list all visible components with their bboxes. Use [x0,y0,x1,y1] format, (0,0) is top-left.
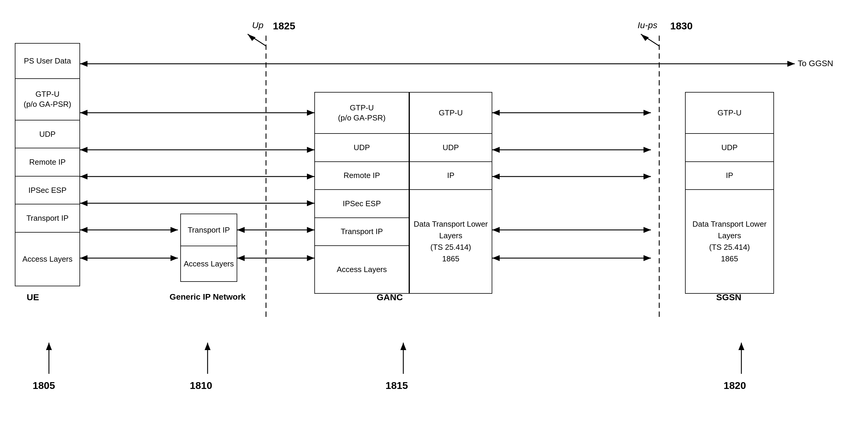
sgsn-label: SGSN [716,292,741,302]
ue-ipsec-esp: IPSec ESP [16,177,80,205]
ganc-right-udp: UDP [410,134,492,162]
svg-marker-15 [492,147,500,153]
ganc-right-data-transport: Data Transport Lower Layers(TS 25.414)18… [410,190,492,293]
svg-marker-22 [644,174,651,179]
up-label: Up [252,20,264,30]
svg-marker-37 [170,255,178,261]
svg-marker-24 [80,200,88,206]
svg-marker-43 [644,255,651,261]
svg-marker-30 [237,227,245,233]
ganc-left-access-layers: Access Layers [315,246,409,293]
svg-marker-9 [492,110,500,116]
svg-marker-27 [80,227,88,233]
ref-1805: 1805 [33,380,55,391]
ue-udp: UDP [16,120,80,149]
svg-marker-36 [80,255,88,261]
ue-remote-ip: Remote IP [16,148,80,177]
svg-marker-16 [644,147,651,153]
ganc-left-box: GTP-U(p/o GA-PSR) UDP Remote IP IPSec ES… [314,92,409,294]
svg-marker-47 [641,34,649,41]
ganc-label: GANC [377,292,403,302]
ref-1820: 1820 [723,380,746,391]
svg-marker-10 [644,110,651,116]
ganc-left-ipsec-esp: IPSec ESP [315,190,409,218]
ue-transport-ip: Transport IP [16,204,80,233]
svg-line-46 [641,34,659,46]
svg-marker-49 [46,343,52,350]
svg-marker-39 [237,255,245,261]
to-ggsn-label: To GGSN [798,59,833,68]
svg-marker-28 [170,227,178,233]
svg-line-44 [248,34,266,46]
ref-1830: 1830 [670,20,693,32]
svg-marker-21 [492,174,500,179]
svg-marker-42 [492,255,500,261]
ue-ps-user-data: PS User Data [16,43,80,79]
svg-marker-33 [492,227,500,233]
diagram: GANC left --> SGSN left --> Generic IP l… [0,0,868,437]
svg-marker-45 [248,34,256,41]
ue-box: PS User Data GTP-U(p/o GA-PSR) UDP Remot… [15,43,80,286]
ganc-left-udp: UDP [315,134,409,162]
generic-transport-ip: Transport IP [181,214,237,246]
generic-access-layers: Access Layers [181,246,237,281]
sgsn-gtp-u: GTP-U [686,93,773,134]
sgsn-box: GTP-U UDP IP Data Transport Lower Layers… [685,92,774,294]
sgsn-data-transport: Data Transport Lower Layers(TS 25.414)18… [686,190,773,293]
ganc-right-ip: IP [410,162,492,190]
sgsn-udp: UDP [686,134,773,162]
ue-access-layers: Access Layers [16,233,80,286]
ref-1825: 1825 [273,20,296,32]
svg-marker-13 [307,147,314,153]
svg-marker-51 [205,343,211,350]
generic-ip-label: Generic IP Network [166,292,249,302]
ganc-right-box: GTP-U UDP IP Data Transport Lower Layers… [409,92,492,294]
svg-marker-34 [644,227,651,233]
svg-marker-6 [80,110,88,116]
svg-marker-3 [80,61,88,67]
ref-1810: 1810 [190,380,212,391]
ue-label: UE [27,292,39,302]
svg-marker-12 [80,147,88,153]
svg-marker-31 [307,227,314,233]
ue-gtp-u: GTP-U(p/o GA-PSR) [16,79,80,120]
iu-ps-label: Iu-ps [638,20,657,30]
svg-marker-55 [738,343,744,350]
svg-marker-18 [80,174,88,179]
svg-marker-19 [307,174,314,179]
svg-marker-53 [400,343,406,350]
svg-marker-4 [787,61,795,67]
ganc-left-transport-ip: Transport IP [315,218,409,246]
sgsn-ip: IP [686,162,773,190]
svg-marker-40 [307,255,314,261]
ref-1815: 1815 [385,380,408,391]
ganc-right-gtp-u: GTP-U [410,93,492,134]
svg-marker-7 [307,110,314,116]
svg-marker-25 [307,200,314,206]
ganc-left-remote-ip: Remote IP [315,162,409,190]
ganc-left-gtp-u: GTP-U(p/o GA-PSR) [315,93,409,134]
generic-ip-box: Transport IP Access Layers [180,213,237,282]
